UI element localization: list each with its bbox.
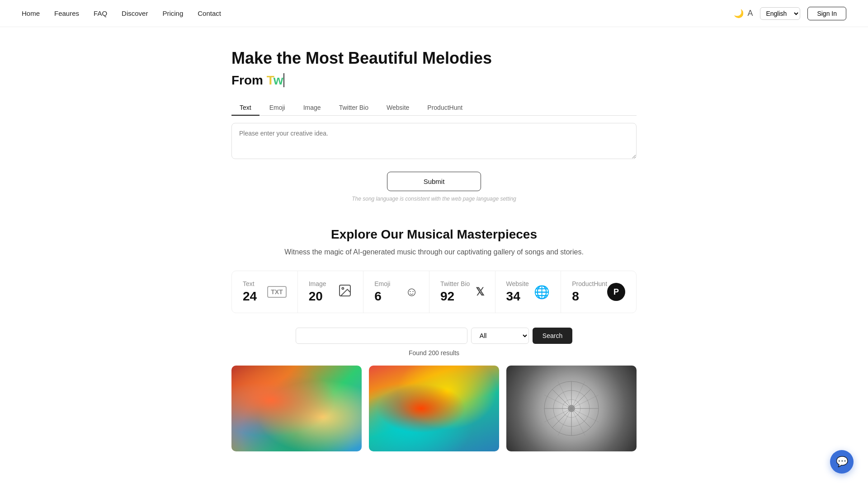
image-icon (338, 283, 352, 301)
gallery-item-2[interactable] (369, 366, 499, 451)
stat-image[interactable]: Image 20 (298, 271, 364, 313)
globe-icon: 🌐 (534, 285, 550, 300)
subtitle-w: w (274, 73, 283, 87)
gallery-item-3[interactable] (506, 366, 637, 451)
tab-emoji[interactable]: Emoji (261, 100, 293, 116)
stat-twitter[interactable]: Twitter Bio 92 𝕏 (429, 271, 495, 313)
nav-home[interactable]: Home (22, 9, 40, 17)
stat-text[interactable]: Text 24 TXT (232, 271, 298, 313)
stat-website-count: 34 (506, 289, 529, 304)
stat-emoji[interactable]: Emoji 6 ☺ (363, 271, 429, 313)
stats-row: Text 24 TXT Image 20 (231, 271, 637, 313)
text-cursor (283, 73, 284, 87)
stat-emoji-label: Emoji (374, 280, 390, 287)
explore-title: Explore Our Musical Masterpieces (231, 227, 637, 242)
search-input[interactable] (296, 328, 467, 344)
nav-links: Home Feaures FAQ Discover Pricing Contac… (22, 9, 719, 17)
stat-producthunt-left: ProductHunt 8 (572, 280, 607, 304)
submit-section: Submit The song language is consistent w… (231, 172, 637, 202)
language-select[interactable]: English Spanish French (760, 7, 800, 20)
tab-website[interactable]: Website (378, 100, 417, 116)
nav-pricing[interactable]: Pricing (162, 9, 183, 17)
stat-image-label: Image (309, 280, 326, 287)
stat-twitter-count: 92 (440, 289, 470, 304)
nav-icons: 🌙 A (734, 9, 753, 19)
tab-twitter-bio[interactable]: Twitter Bio (331, 100, 377, 116)
subtitle-prefix: From (231, 73, 267, 87)
submit-button[interactable]: Submit (387, 172, 481, 191)
stat-emoji-count: 6 (374, 289, 390, 304)
navbar: Home Feaures FAQ Discover Pricing Contac… (0, 0, 868, 27)
tab-producthunt[interactable]: ProductHunt (419, 100, 471, 116)
producthunt-icon: P (607, 283, 625, 301)
stat-text-count: 24 (243, 289, 257, 304)
input-tabs: Text Emoji Image Twitter Bio Website Pro… (231, 100, 637, 116)
translate-icon[interactable]: A (747, 9, 753, 18)
stat-text-label: Text (243, 280, 257, 287)
stat-twitter-label: Twitter Bio (440, 280, 470, 287)
stat-website[interactable]: Website 34 🌐 (495, 271, 561, 313)
hero-subtitle: From Tw (231, 73, 637, 88)
twitter-icon: 𝕏 (476, 286, 484, 298)
chat-icon: 💬 (836, 456, 848, 468)
filter-select[interactable]: All Text Image Emoji Twitter Bio Website… (471, 328, 529, 344)
stat-text-left: Text 24 (243, 280, 257, 304)
tab-text[interactable]: Text (231, 100, 259, 116)
explore-desc: Witness the magic of AI-generated music … (231, 248, 637, 256)
stat-producthunt-count: 8 (572, 289, 607, 304)
stat-image-count: 20 (309, 289, 326, 304)
nav-right: 🌙 A English Spanish French Sign In (734, 7, 846, 20)
stat-producthunt[interactable]: ProductHunt 8 P (561, 271, 636, 313)
nav-features[interactable]: Feaures (54, 9, 79, 17)
subtitle-t: T (267, 73, 274, 87)
tab-image[interactable]: Image (295, 100, 329, 116)
results-count: Found 200 results (231, 349, 637, 357)
gallery (231, 366, 637, 451)
hero-title: Make the Most Beautiful Melodies (231, 49, 637, 68)
stat-twitter-left: Twitter Bio 92 (440, 280, 470, 304)
main-content: Make the Most Beautiful Melodies From Tw… (217, 27, 651, 451)
nav-discover[interactable]: Discover (122, 9, 148, 17)
dark-mode-icon[interactable]: 🌙 (734, 9, 744, 19)
explore-section: Explore Our Musical Masterpieces Witness… (231, 227, 637, 451)
search-row: All Text Image Emoji Twitter Bio Website… (231, 328, 637, 344)
nav-faq[interactable]: FAQ (94, 9, 107, 17)
stat-emoji-left: Emoji 6 (374, 280, 390, 304)
submit-note: The song language is consistent with the… (352, 196, 516, 202)
svg-point-1 (342, 287, 344, 289)
stat-website-label: Website (506, 280, 529, 287)
stat-image-left: Image 20 (309, 280, 326, 304)
gallery-item-1[interactable] (231, 366, 362, 451)
chat-button[interactable]: 💬 (830, 450, 854, 474)
stat-website-left: Website 34 (506, 280, 529, 304)
nav-contact[interactable]: Contact (198, 9, 221, 17)
geometric-svg (535, 372, 608, 445)
sign-in-button[interactable]: Sign In (807, 7, 846, 20)
search-button[interactable]: Search (533, 328, 572, 344)
stat-producthunt-label: ProductHunt (572, 280, 607, 287)
txt-icon: TXT (267, 286, 286, 298)
emoji-icon: ☺ (405, 285, 418, 299)
creative-idea-input[interactable] (231, 123, 637, 159)
